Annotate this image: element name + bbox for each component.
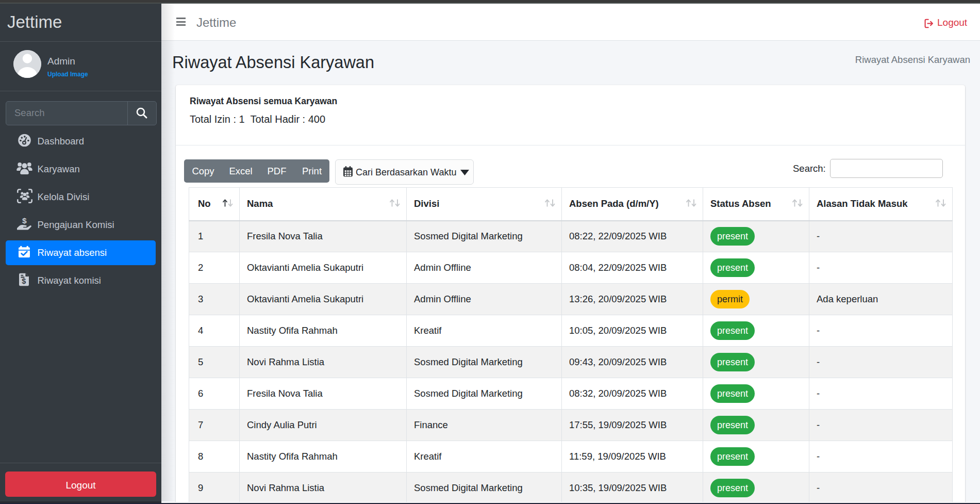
svg-text:$: $ — [22, 277, 26, 285]
svg-text:$: $ — [22, 216, 27, 225]
